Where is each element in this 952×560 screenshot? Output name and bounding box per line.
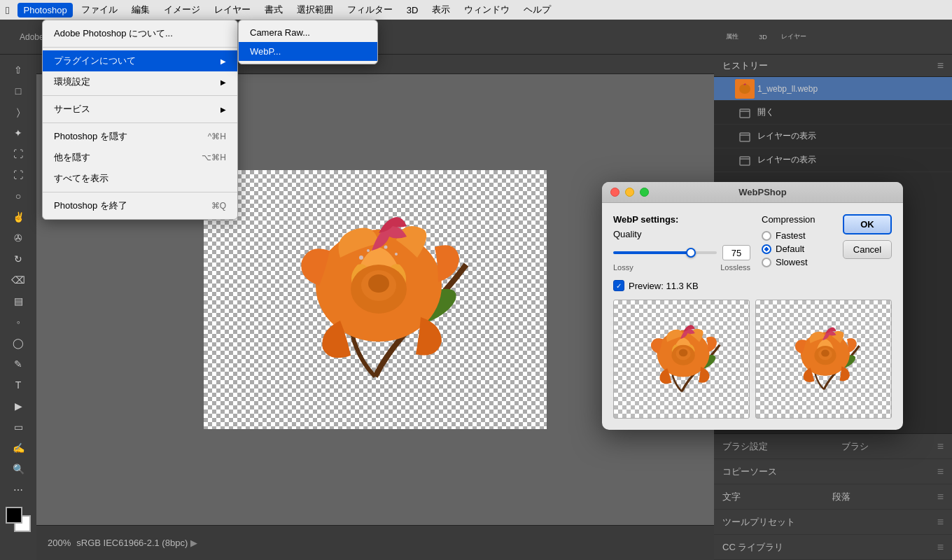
tool-path-select[interactable]: ▶	[6, 396, 31, 416]
tool-move[interactable]: ⇧	[6, 60, 31, 80]
menu-plugins[interactable]: プラグインについて ▶	[43, 50, 237, 71]
tool-presets-row[interactable]: ツールプリセット ≡	[714, 510, 952, 535]
tool-pen[interactable]: ✎	[6, 354, 31, 374]
radio-fastest-circle[interactable]	[762, 231, 771, 241]
tool-brush[interactable]: ✌	[6, 207, 31, 227]
tool-zoom[interactable]: 🔍	[6, 459, 31, 479]
panel-icon-3d[interactable]: 3D	[750, 24, 776, 50]
brush-settings-label: ブラシ設定	[722, 440, 768, 453]
color-swatch[interactable]	[6, 507, 31, 532]
type-label: 文字	[722, 491, 741, 503]
type-row[interactable]: 文字 段落 ≡	[714, 484, 952, 510]
copy-source-dots[interactable]: ≡	[937, 465, 944, 478]
dialog-maximize-button[interactable]	[640, 188, 649, 197]
tool-crop[interactable]: ⛶	[6, 144, 31, 164]
menu-hide-others-shortcut: ⌥⌘H	[202, 153, 226, 162]
tool-dodge[interactable]: ◯	[6, 333, 31, 353]
tool-presets-label: ツールプリセット	[722, 516, 795, 528]
3d-icon-label: 3D	[759, 34, 767, 41]
quality-slider[interactable]	[613, 251, 717, 254]
tool-hand[interactable]: ✍	[6, 438, 31, 458]
history-check-1	[720, 83, 732, 95]
preview-rose-svg-1	[629, 305, 734, 414]
foreground-color[interactable]	[6, 507, 22, 524]
menu-type[interactable]: 書式	[259, 1, 288, 18]
tool-more[interactable]: ⋯	[6, 480, 31, 500]
dialog-minimize-button[interactable]	[625, 188, 634, 197]
history-label-1: 1_webp_ll.webp	[757, 84, 818, 94]
ok-button[interactable]: OK	[843, 214, 892, 234]
radio-default-circle[interactable]	[762, 244, 771, 254]
menu-3d[interactable]: 3D	[401, 3, 424, 18]
history-entry-4[interactable]: レイヤーの表示	[714, 148, 952, 172]
tool-eyedropper[interactable]: ⛶	[6, 165, 31, 185]
menu-edit[interactable]: 編集	[126, 1, 155, 18]
menu-layer[interactable]: レイヤー	[209, 1, 256, 18]
menu-image[interactable]: イメージ	[158, 1, 206, 18]
tool-history-brush[interactable]: ↻	[6, 249, 31, 269]
lossless-label: Lossless	[720, 263, 750, 272]
tool-presets-dots[interactable]: ≡	[937, 516, 944, 528]
menu-hide-ps[interactable]: Photoshop を隠す ^⌘H	[43, 126, 237, 147]
tool-gradient[interactable]: ▤	[6, 291, 31, 311]
history-entry-1[interactable]: 1_webp_ll.webp	[714, 77, 952, 101]
brush-settings-row[interactable]: ブラシ設定 ブラシ ≡	[714, 434, 952, 459]
quality-slider-row: 75	[613, 245, 750, 260]
menu-about[interactable]: Adobe Photoshop について...	[43, 23, 237, 44]
copy-source-row[interactable]: コピーソース ≡	[714, 459, 952, 484]
tool-eraser[interactable]: ⌫	[6, 270, 31, 290]
panel-icon-layers[interactable]: レイヤー	[781, 24, 806, 50]
history-menu-icon[interactable]: ≡	[937, 59, 944, 72]
tool-shape[interactable]: ▭	[6, 417, 31, 437]
radio-slowest[interactable]: Slowest	[762, 257, 832, 267]
quality-input[interactable]: 75	[722, 245, 750, 260]
svg-point-8	[384, 246, 388, 249]
menu-filter[interactable]: フィルター	[342, 1, 398, 18]
slider-thumb[interactable]	[686, 248, 696, 258]
tool-blur[interactable]: ◦	[6, 312, 31, 332]
type-dots[interactable]: ≡	[937, 491, 944, 503]
tool-healing[interactable]: ○	[6, 186, 31, 206]
menu-preferences[interactable]: 環境設定 ▶	[43, 71, 237, 92]
menu-file[interactable]: ファイル	[76, 1, 123, 18]
cancel-button[interactable]: Cancel	[843, 240, 892, 259]
menu-services[interactable]: サービス ▶	[43, 99, 237, 120]
preview-checkbox[interactable]: ✓	[613, 280, 624, 291]
menu-preferences-label: 環境設定	[54, 76, 90, 88]
tool-lasso[interactable]: 〉	[6, 102, 31, 122]
menu-quit[interactable]: Photoshop を終了 ⌘Q	[43, 195, 237, 216]
cc-libraries-dots[interactable]: ≡	[937, 541, 944, 554]
svg-point-9	[395, 253, 398, 255]
compression-section: Compression Fastest Default Slowest	[762, 214, 832, 272]
cc-libraries-row[interactable]: CC ライブラリ ≡	[714, 535, 952, 560]
radio-slowest-circle[interactable]	[762, 258, 771, 267]
radio-default[interactable]: Default	[762, 244, 832, 254]
history-entry-3[interactable]: レイヤーの表示	[714, 125, 952, 148]
tool-type[interactable]: T	[6, 375, 31, 395]
radio-fastest[interactable]: Fastest	[762, 230, 832, 241]
dialog-close-button[interactable]	[610, 188, 620, 197]
panel-icon-properties[interactable]: 属性	[720, 24, 745, 50]
tool-marquee[interactable]: □	[6, 81, 31, 101]
quality-label: Quality	[613, 229, 750, 239]
apple-menu[interactable]: 	[6, 4, 9, 16]
history-entry-2[interactable]: 開く	[714, 101, 952, 125]
slider-labels: Lossy Lossless	[613, 263, 750, 272]
menu-photoshop[interactable]: Photoshop	[18, 3, 72, 18]
menu-hide-others[interactable]: 他を隠す ⌥⌘H	[43, 147, 237, 168]
brush-settings-dots[interactable]: ≡	[937, 440, 944, 453]
menu-select[interactable]: 選択範囲	[291, 1, 339, 18]
menu-help[interactable]: ヘルプ	[518, 1, 556, 18]
menu-show-all[interactable]: すべてを表示	[43, 168, 237, 189]
brush-label: ブラシ	[841, 440, 869, 453]
tool-stamp[interactable]: ✇	[6, 228, 31, 248]
menu-window[interactable]: ウィンドウ	[458, 1, 515, 18]
bottom-panels: ブラシ設定 ブラシ ≡ コピーソース ≡ 文字 段落 ≡ ツールプリセット ≡ …	[714, 433, 952, 560]
tool-magic-wand[interactable]: ✦	[6, 123, 31, 143]
submenu-camera-raw[interactable]: Camera Raw...	[239, 23, 377, 42]
submenu-webp[interactable]: WebP...	[239, 42, 377, 61]
history-check-4	[720, 154, 732, 167]
menu-divider-3	[43, 122, 237, 123]
menu-view[interactable]: 表示	[426, 1, 456, 18]
settings-title: WebP settings:	[613, 214, 750, 225]
